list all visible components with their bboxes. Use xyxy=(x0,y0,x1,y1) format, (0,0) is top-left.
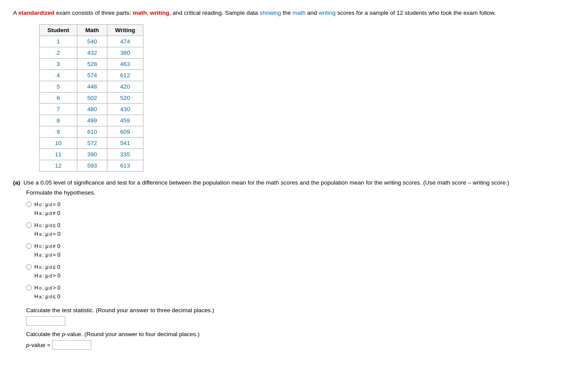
cell-writing: 463 xyxy=(107,59,143,70)
cell-student: 12 xyxy=(40,160,77,172)
cell-student: 8 xyxy=(40,115,77,126)
pvalue-row: p-value = xyxy=(26,340,575,350)
p-italic: p xyxy=(62,331,66,337)
col-header-student: Student xyxy=(40,25,77,36)
cell-writing: 541 xyxy=(107,138,143,149)
cell-math: 432 xyxy=(77,47,107,59)
cell-writing: 459 xyxy=(107,115,143,126)
cell-math: 480 xyxy=(77,104,107,115)
cell-student: 7 xyxy=(40,104,77,115)
cell-math: 448 xyxy=(77,81,107,92)
hypothesis-option-2: Ho: μd ≤ 0 Ha: μd = 0 xyxy=(26,221,575,238)
cell-writing: 613 xyxy=(107,160,143,172)
cell-writing: 335 xyxy=(107,149,143,160)
col-header-math: Math xyxy=(77,25,107,36)
intro-paragraph: A standardized exam consists of three pa… xyxy=(13,9,575,17)
cell-math: 528 xyxy=(77,59,107,70)
hypothesis-option-3: Ho: μd ≠ 0 Ha: μd = 0 xyxy=(26,242,575,259)
table-row: 10572541 xyxy=(40,138,143,149)
cell-student: 1 xyxy=(40,36,77,47)
formulate-label: Formulate the hypotheses. xyxy=(26,189,575,196)
pvalue-input[interactable] xyxy=(52,340,91,350)
cell-math: 540 xyxy=(77,36,107,47)
table-row: 1540474 xyxy=(40,36,143,47)
table-row: 2432380 xyxy=(40,47,143,59)
cell-math: 572 xyxy=(77,138,107,149)
col-header-writing: Writing xyxy=(107,25,143,36)
cell-math: 574 xyxy=(77,70,107,81)
radio-h2[interactable] xyxy=(26,222,32,228)
cell-student: 6 xyxy=(40,92,77,104)
calc-stat-instruction: Calculate the test statistic. (Round you… xyxy=(26,307,575,314)
radio-h3[interactable] xyxy=(26,243,32,249)
radio-h1[interactable] xyxy=(26,201,32,207)
cell-writing: 612 xyxy=(107,70,143,81)
table-row: 5448420 xyxy=(40,81,143,92)
cell-writing: 380 xyxy=(107,47,143,59)
table-row: 4574612 xyxy=(40,70,143,81)
radio-h4[interactable] xyxy=(26,264,32,270)
cell-student: 2 xyxy=(40,47,77,59)
table-row: 7480430 xyxy=(40,104,143,115)
cell-student: 4 xyxy=(40,70,77,81)
cell-student: 5 xyxy=(40,81,77,92)
table-row: 6502520 xyxy=(40,92,143,104)
cell-writing: 520 xyxy=(107,92,143,104)
cell-student: 11 xyxy=(40,149,77,160)
hypothesis-option-5: Ho: μd > 0 Ha: μd ≤ 0 xyxy=(26,284,575,301)
cell-student: 3 xyxy=(40,59,77,70)
hypothesis-option-4: Ho: μd ≤ 0 Ha: μd > 0 xyxy=(26,263,575,280)
scores-table: Student Math Writing 1540474243238035284… xyxy=(39,24,143,172)
cell-math: 610 xyxy=(77,126,107,138)
table-row: 9610609 xyxy=(40,126,143,138)
radio-h5[interactable] xyxy=(26,285,32,291)
cell-math: 390 xyxy=(77,149,107,160)
calc-pvalue-instruction: Calculate the p-value. (Round your answe… xyxy=(26,331,575,337)
cell-writing: 609 xyxy=(107,126,143,138)
table-row: 11390335 xyxy=(40,149,143,160)
cell-writing: 474 xyxy=(107,36,143,47)
cell-math: 593 xyxy=(77,160,107,172)
hypotheses-group: Ho: μd = 0 Ha: μd ≠ 0 Ho: μd ≤ 0 Ha: μd … xyxy=(26,200,575,301)
cell-writing: 420 xyxy=(107,81,143,92)
table-row: 8499459 xyxy=(40,115,143,126)
table-row: 12593613 xyxy=(40,160,143,172)
cell-writing: 430 xyxy=(107,104,143,115)
cell-student: 9 xyxy=(40,126,77,138)
calc-stat-section: Calculate the test statistic. (Round you… xyxy=(26,307,575,350)
table-row: 3528463 xyxy=(40,59,143,70)
hypothesis-option-1: Ho: μd = 0 Ha: μd ≠ 0 xyxy=(26,200,575,218)
cell-math: 499 xyxy=(77,115,107,126)
data-table-container: Student Math Writing 1540474243238035284… xyxy=(39,24,575,172)
pvalue-label: p-value = xyxy=(26,342,50,348)
part-a-instruction: (a) Use a 0.05 level of significance and… xyxy=(13,179,575,186)
cell-math: 502 xyxy=(77,92,107,104)
cell-student: 10 xyxy=(40,138,77,149)
test-statistic-input[interactable] xyxy=(26,316,65,326)
